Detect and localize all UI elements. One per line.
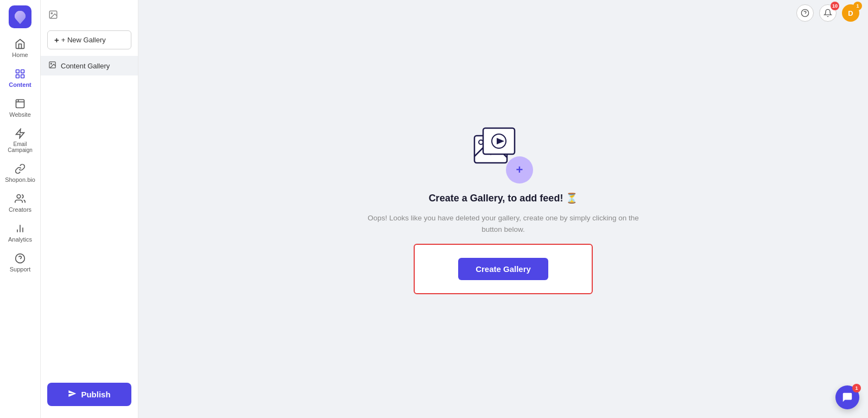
content-icon	[14, 68, 26, 80]
sidebar-item-support[interactable]: Support	[0, 248, 40, 277]
main-content: 10 D 1 + Create a	[138, 0, 868, 418]
avatar-badge: 1	[853, 2, 862, 10]
sidebar-item-email-campaign[interactable]: Email Campaign	[0, 123, 40, 157]
notification-badge: 10	[831, 2, 839, 10]
content-gallery-item[interactable]: Content Gallery	[41, 56, 138, 75]
svg-point-9	[17, 195, 21, 199]
svg-rect-5	[16, 100, 24, 108]
chat-bubble[interactable]: 1	[835, 385, 859, 409]
analytics-icon	[14, 223, 26, 235]
new-gallery-button[interactable]: + + New Gallery	[47, 30, 131, 49]
chat-badge: 1	[852, 384, 861, 392]
create-gallery-box: Create Gallery	[414, 244, 593, 294]
svg-point-18	[50, 63, 52, 64]
svg-rect-4	[21, 75, 24, 78]
create-gallery-button[interactable]: Create Gallery	[458, 258, 548, 280]
sidebar-item-label: Email Campaign	[2, 141, 38, 153]
avatar-text: D	[848, 9, 853, 17]
help-button[interactable]	[796, 4, 814, 22]
link-icon	[14, 163, 26, 175]
app-logo[interactable]	[9, 5, 31, 28]
avatar-button-wrap: D 1	[842, 4, 859, 22]
svg-rect-2	[21, 70, 24, 73]
svg-marker-8	[16, 129, 24, 138]
website-icon	[14, 98, 26, 110]
sidebar-item-label: Website	[9, 111, 31, 118]
home-icon	[14, 38, 26, 50]
sidebar-item-label: Content	[9, 81, 31, 88]
notifications-button-wrap: 10	[819, 4, 837, 22]
content-gallery-label: Content Gallery	[61, 62, 110, 70]
sidebar-item-label: Analytics	[8, 236, 32, 243]
svg-rect-3	[16, 75, 20, 78]
svg-point-16	[51, 12, 52, 14]
empty-state-title: Create a Gallery, to add feed! ⏳	[429, 192, 578, 204]
image-icon	[48, 61, 56, 71]
sidebar-item-label: Support	[10, 266, 31, 273]
add-circle: +	[506, 156, 533, 183]
publish-label: Publish	[81, 390, 110, 399]
empty-state-subtitle: Oops! Looks like you have deleted your g…	[368, 213, 639, 235]
sidebar-nav: Home Content We	[0, 34, 40, 413]
publish-icon	[68, 389, 77, 400]
empty-state: + Create a Gallery, to add feed! ⏳ Oops!…	[138, 0, 868, 418]
publish-button[interactable]: Publish	[47, 383, 131, 406]
content-panel: + + New Gallery Content Gallery Publish	[41, 0, 138, 418]
panel-top-area	[41, 5, 138, 24]
empty-state-icon: +	[473, 124, 533, 183]
sidebar-item-label: Creators	[9, 206, 31, 213]
creators-icon	[14, 193, 26, 205]
sidebar-item-analytics[interactable]: Analytics	[0, 218, 40, 247]
sidebar-item-shopon-bio[interactable]: Shopon.bio	[0, 159, 40, 187]
sidebar-item-label: Shopon.bio	[5, 176, 35, 183]
create-gallery-label: Create Gallery	[476, 264, 531, 274]
support-icon	[14, 252, 26, 264]
left-sidebar: Home Content We	[0, 0, 41, 418]
plus-icon: +	[54, 35, 59, 45]
sidebar-item-content[interactable]: Content	[0, 64, 40, 92]
new-gallery-label: + New Gallery	[61, 36, 106, 44]
sidebar-item-website[interactable]: Website	[0, 93, 40, 122]
sidebar-item-home[interactable]: Home	[0, 34, 40, 62]
sidebar-item-creators[interactable]: Creators	[0, 188, 40, 217]
email-icon	[14, 128, 26, 140]
sidebar-item-label: Home	[12, 52, 28, 58]
svg-rect-1	[16, 70, 20, 73]
top-header: 10 D 1	[788, 0, 868, 26]
